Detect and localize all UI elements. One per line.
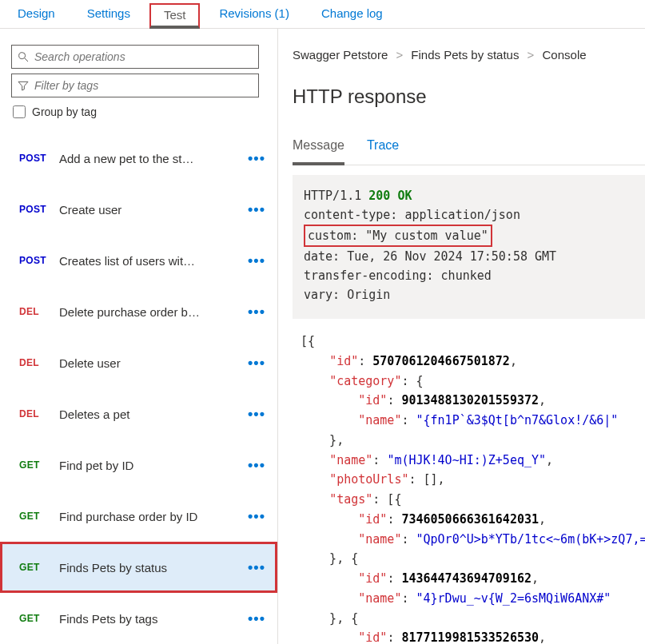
operation-item[interactable]: POSTAdd a new pet to the st…••• xyxy=(0,133,277,184)
operation-item[interactable]: GETFinds Pets by status••• xyxy=(0,542,277,593)
method-badge: DEL xyxy=(19,306,59,317)
operation-item[interactable]: DELDelete user••• xyxy=(0,337,277,388)
tab-test[interactable]: Test xyxy=(149,3,201,29)
more-icon[interactable]: ••• xyxy=(245,201,268,218)
svg-point-0 xyxy=(19,53,26,59)
operation-name: Find purchase order by ID xyxy=(59,510,245,523)
operation-name: Finds Pets by status xyxy=(59,561,245,574)
more-icon[interactable]: ••• xyxy=(245,406,268,423)
method-badge: DEL xyxy=(19,408,59,419)
method-badge: GET xyxy=(19,459,59,471)
operation-name: Delete purchase order b… xyxy=(59,305,245,319)
operation-item[interactable]: DELDelete purchase order b…••• xyxy=(0,286,277,337)
filter-icon xyxy=(17,79,30,92)
more-icon[interactable]: ••• xyxy=(245,457,268,474)
more-icon[interactable]: ••• xyxy=(245,610,268,627)
tab-settings[interactable]: Settings xyxy=(74,3,143,28)
operation-name: Create user xyxy=(59,203,245,217)
tab-design[interactable]: Design xyxy=(0,3,68,28)
more-icon[interactable]: ••• xyxy=(245,355,268,372)
filter-tags[interactable] xyxy=(11,74,259,97)
tab-change-log[interactable]: Change log xyxy=(309,3,396,28)
operation-name: Add a new pet to the st… xyxy=(59,152,245,165)
search-icon xyxy=(17,50,30,63)
group-by-label: Group by tag xyxy=(32,105,97,118)
sub-tab-message[interactable]: Message xyxy=(293,133,344,165)
operation-item[interactable]: POSTCreates list of users wit…••• xyxy=(0,235,277,286)
method-badge: DEL xyxy=(19,357,59,368)
operation-item[interactable]: POSTCreate user••• xyxy=(0,184,277,235)
group-by-checkbox[interactable] xyxy=(13,105,26,118)
more-icon[interactable]: ••• xyxy=(245,508,268,525)
method-badge: POST xyxy=(19,153,59,164)
sub-tab-trace[interactable]: Trace xyxy=(367,133,399,165)
json-body: [{ "id": 5707061204667501872, "category"… xyxy=(293,319,645,644)
method-badge: GET xyxy=(19,511,59,522)
custom-header-highlight: custom: "My custom value" xyxy=(304,225,492,247)
operation-name: Creates list of users wit… xyxy=(59,254,245,268)
filter-input[interactable] xyxy=(34,79,253,92)
more-icon[interactable]: ••• xyxy=(245,150,268,167)
response-panel: HTTP/1.1 200 OK content-type: applicatio… xyxy=(293,175,645,644)
operation-name: Find pet by ID xyxy=(59,459,245,472)
more-icon[interactable]: ••• xyxy=(245,559,268,576)
method-badge: POST xyxy=(19,255,59,266)
search-operations[interactable] xyxy=(11,45,259,69)
status-code: 200 OK xyxy=(368,189,412,203)
operation-item[interactable]: GETFind purchase order by ID••• xyxy=(0,491,277,542)
operation-name: Deletes a pet xyxy=(59,407,245,421)
operation-item[interactable]: GETFind pet by ID••• xyxy=(0,439,277,491)
method-badge: POST xyxy=(19,204,59,215)
method-badge: GET xyxy=(19,562,59,573)
more-icon[interactable]: ••• xyxy=(245,252,268,269)
method-badge: GET xyxy=(19,613,59,624)
more-icon[interactable]: ••• xyxy=(245,304,268,320)
operation-name: Finds Pets by tags xyxy=(59,612,245,626)
operation-name: Delete user xyxy=(59,356,245,370)
breadcrumb: Swagger Petstore > Finds Pets by status … xyxy=(293,48,645,62)
response-title: HTTP response xyxy=(293,85,645,108)
tab-revisions-[interactable]: Revisions (1) xyxy=(206,3,302,28)
svg-line-1 xyxy=(25,58,28,62)
operation-item[interactable]: GETFinds Pets by tags••• xyxy=(0,593,277,644)
search-input[interactable] xyxy=(34,50,253,63)
operation-item[interactable]: DELDeletes a pet••• xyxy=(0,388,277,439)
